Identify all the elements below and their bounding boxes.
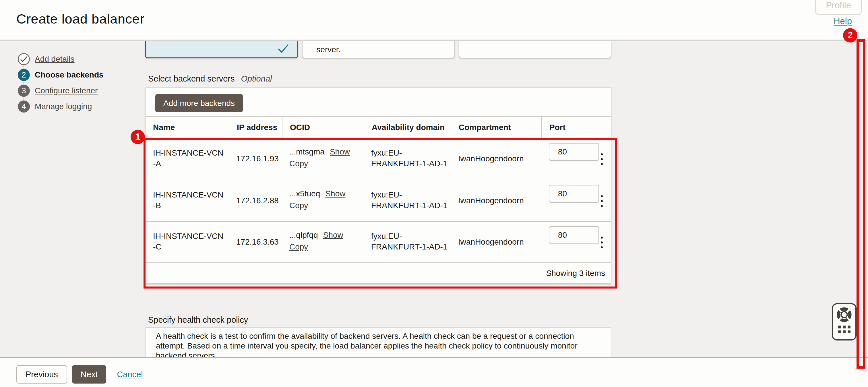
health-description-line: A health check is a test to confirm the … xyxy=(156,331,594,341)
step-label: Manage logging xyxy=(35,102,92,111)
column-header-port: Port xyxy=(541,117,611,138)
cell-availability-domain: fyxu:EU- FRANKFURT-1-AD-1 xyxy=(364,180,451,221)
port-input[interactable] xyxy=(549,143,599,161)
annotation-badge-1: 1 xyxy=(131,130,145,144)
add-more-backends-button[interactable]: Add more backends xyxy=(155,94,243,112)
kebab-menu-icon[interactable] xyxy=(600,235,604,249)
ad-line1: fyxu:EU- xyxy=(371,231,451,241)
step-number-badge: 2 xyxy=(18,69,30,81)
cell-availability-domain: fyxu:EU- FRANKFURT-1-AD-1 xyxy=(364,138,451,180)
ad-line2: FRANKFURT-1-AD-1 xyxy=(371,241,451,252)
cell-port xyxy=(541,138,611,180)
step-manage-logging: 4 Manage logging xyxy=(18,100,133,113)
ocid-fragment: ...qlpfqq xyxy=(289,230,318,240)
help-link[interactable]: Help xyxy=(834,16,852,26)
step-number-badge: 4 xyxy=(18,100,30,113)
step-link-manage-logging[interactable]: Manage logging xyxy=(35,102,92,111)
step-link-add-details[interactable]: Add details xyxy=(35,55,74,63)
option-card-2[interactable]: server. xyxy=(302,41,455,58)
apps-grid-icon[interactable] xyxy=(838,326,850,333)
annotation-box-2 xyxy=(857,39,865,368)
step-label-current: Choose backends xyxy=(35,70,104,80)
optional-label: Optional xyxy=(241,74,272,83)
show-ocid-link[interactable]: Show xyxy=(325,188,345,199)
column-header-ip: IP address xyxy=(229,117,282,138)
table-header-row: Name IP address OCID Availability domain… xyxy=(146,116,611,138)
step-link-configure-listener[interactable]: Configure listener xyxy=(35,86,98,95)
name-line1: IH-INSTANCE-VCN xyxy=(153,148,229,158)
column-header-name: Name xyxy=(146,117,229,138)
wizard-footer: Previous Next Cancel xyxy=(0,357,868,387)
port-input[interactable] xyxy=(549,226,599,244)
cell-port xyxy=(541,180,611,221)
next-button[interactable]: Next xyxy=(72,365,106,384)
ocid-fragment: ...x5fueq xyxy=(289,188,320,199)
previous-button[interactable]: Previous xyxy=(17,365,67,384)
cell-ocid: ...qlpfqqShow Copy xyxy=(282,221,364,262)
cancel-link[interactable]: Cancel xyxy=(117,370,143,379)
step-complete-check-icon xyxy=(18,53,30,65)
page-title: Create load balancer xyxy=(17,11,144,27)
step-label: Add details xyxy=(35,55,74,64)
create-load-balancer-screen: server. Create load balancer Profile Hel… xyxy=(0,0,868,387)
ad-line2: FRANKFURT-1-AD-1 xyxy=(371,158,451,169)
name-line2: -C xyxy=(153,241,229,252)
step-label: Configure listener xyxy=(35,86,98,95)
name-line1: IH-INSTANCE-VCN xyxy=(153,231,229,241)
kebab-menu-icon[interactable] xyxy=(600,194,604,208)
check-icon xyxy=(277,43,289,55)
name-line2: -B xyxy=(153,200,229,211)
cell-name: IH-INSTANCE-VCN -C xyxy=(146,221,229,262)
show-ocid-link[interactable]: Show xyxy=(330,146,350,157)
copy-ocid-link[interactable]: Copy xyxy=(289,159,308,168)
select-backends-heading: Select backend serversOptional xyxy=(148,74,272,84)
backends-toolbar: Add more backends xyxy=(146,88,611,116)
ocid-fragment: ...mtsgma xyxy=(289,146,324,157)
cell-compartment: IwanHoogendoorn xyxy=(451,138,541,180)
backends-panel: Add more backends Name IP address OCID A… xyxy=(145,87,611,284)
copy-ocid-link[interactable]: Copy xyxy=(289,201,308,210)
cell-ip: 172.16.3.63 xyxy=(229,221,282,262)
cell-compartment: IwanHoogendoorn xyxy=(451,180,541,221)
select-backends-label: Select backend servers xyxy=(148,74,235,83)
cell-ip: 172.16.2.88 xyxy=(229,180,282,221)
option-card-selected[interactable] xyxy=(145,41,298,58)
table-row: IH-INSTANCE-VCN -A 172.16.1.93 ...mtsgma… xyxy=(146,138,611,180)
column-header-ocid: OCID xyxy=(282,117,364,138)
step-configure-listener: 3 Configure listener xyxy=(18,85,133,97)
copy-ocid-link[interactable]: Copy xyxy=(289,242,308,251)
table-row: IH-INSTANCE-VCN -B 172.16.2.88 ...x5fueq… xyxy=(146,180,611,221)
card-text-fragment: server. xyxy=(316,45,340,54)
name-line2: -A xyxy=(153,158,229,169)
cell-ocid: ...x5fueqShow Copy xyxy=(282,180,364,221)
table-row: IH-INSTANCE-VCN -C 172.16.3.63 ...qlpfqq… xyxy=(146,221,611,262)
page-header: Create load balancer Profile Help xyxy=(0,0,868,40)
kebab-menu-icon[interactable] xyxy=(600,152,604,166)
cell-name: IH-INSTANCE-VCN -A xyxy=(146,138,229,180)
backend-type-cards: server. xyxy=(145,41,611,58)
column-header-ad: Availability domain xyxy=(364,117,451,138)
port-input[interactable] xyxy=(549,185,599,203)
wizard-stepper: Add details 2 Choose backends 3 Configur… xyxy=(18,53,133,116)
floating-support-widget xyxy=(832,303,857,340)
option-card-3[interactable] xyxy=(459,41,611,58)
step-number-badge: 3 xyxy=(18,85,30,97)
health-check-heading: Specify health check policy xyxy=(148,315,248,325)
ad-line1: fyxu:EU- xyxy=(371,189,451,200)
step-add-details: Add details xyxy=(18,53,133,65)
cell-ip: 172.16.1.93 xyxy=(229,138,282,180)
show-ocid-link[interactable]: Show xyxy=(323,230,343,240)
name-line1: IH-INSTANCE-VCN xyxy=(153,189,229,200)
ad-line1: fyxu:EU- xyxy=(371,148,451,158)
cell-availability-domain: fyxu:EU- FRANKFURT-1-AD-1 xyxy=(364,221,451,262)
cell-name: IH-INSTANCE-VCN -B xyxy=(146,180,229,221)
cell-compartment: IwanHoogendoorn xyxy=(451,221,541,262)
step-choose-backends: 2 Choose backends xyxy=(18,69,133,81)
health-description-line: attempt. Based on a time interval you sp… xyxy=(156,341,594,351)
column-header-compartment: Compartment xyxy=(451,117,541,138)
cell-ocid: ...mtsgmaShow Copy xyxy=(282,138,364,180)
life-ring-icon[interactable] xyxy=(836,306,853,324)
cell-port xyxy=(541,221,611,262)
showing-items-status: Showing 3 items xyxy=(546,269,605,278)
profile-button[interactable]: Profile xyxy=(815,0,862,15)
